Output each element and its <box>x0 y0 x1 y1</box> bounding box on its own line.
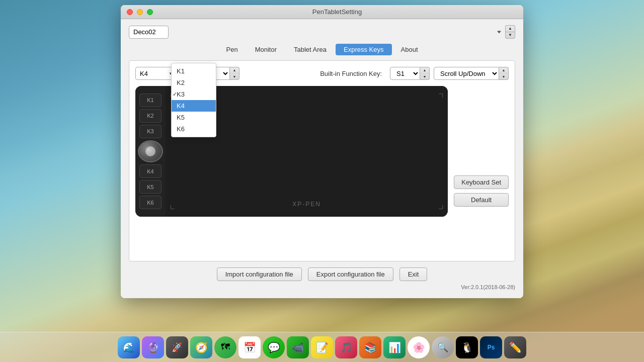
corner-tr <box>439 94 443 98</box>
stepper-up[interactable]: ▲ <box>506 26 515 32</box>
tab-tablet-area[interactable]: Tablet Area <box>286 44 335 55</box>
dock-photoshop[interactable]: Ps <box>480 336 502 358</box>
dock-spotlight[interactable]: 🔍 <box>432 336 454 358</box>
import-button[interactable]: Import configuration file <box>217 267 302 281</box>
maximize-button[interactable] <box>147 9 153 15</box>
s1-select-wrapper: S1 ▲ ▼ <box>390 67 430 80</box>
stepper-down[interactable]: ▼ <box>506 32 515 38</box>
tab-pen[interactable]: Pen <box>218 44 246 55</box>
key-dropdown-button[interactable]: K4 <box>135 67 176 80</box>
window-title: PenTabletSetting <box>157 8 517 16</box>
tablet-key-k1[interactable]: K1 <box>139 94 162 107</box>
dock-facetime[interactable]: 📹 <box>287 336 309 358</box>
exit-button[interactable]: Exit <box>399 267 428 281</box>
default-button[interactable]: Default <box>454 193 509 207</box>
scroll-stepper-down[interactable]: ▼ <box>499 73 508 79</box>
dock-siri[interactable]: 🔮 <box>142 336 164 358</box>
dock-music[interactable]: 🎵 <box>335 336 357 358</box>
tab-express-keys[interactable]: Express Keys <box>336 44 391 55</box>
tab-monitor[interactable]: Monitor <box>247 44 285 55</box>
tablet-left-panel: K1 K2 K3 K4 K5 K6 <box>135 86 166 217</box>
s1-select[interactable]: S1 <box>390 67 420 80</box>
undo-stepper-down[interactable]: ▼ <box>230 73 239 79</box>
tablet-key-k2[interactable]: K2 <box>139 109 162 123</box>
device-row: Deco02 ▲ ▼ <box>129 25 515 39</box>
title-bar: PenTabletSetting <box>121 5 523 19</box>
dock-pentablet[interactable]: ✏️ <box>504 336 526 358</box>
dock-maps[interactable]: 🗺 <box>214 336 236 358</box>
close-button[interactable] <box>127 9 133 15</box>
dock-finder[interactable]: 🌊 <box>118 336 140 358</box>
undo-stepper-up[interactable]: ▲ <box>230 67 239 73</box>
corner-bl <box>171 205 175 209</box>
tab-about[interactable]: About <box>393 44 426 55</box>
dock-calendar[interactable]: 📅 <box>238 336 261 358</box>
device-stepper[interactable]: ▲ ▼ <box>505 25 515 39</box>
dropdown-item-k2[interactable]: K2 <box>172 77 216 88</box>
tablet-key-k4[interactable]: K4 <box>139 164 162 178</box>
dial-inner <box>145 146 155 156</box>
s1-stepper-up[interactable]: ▲ <box>420 67 429 73</box>
dropdown-item-k3[interactable]: ✓ K3 <box>172 88 216 100</box>
tablet-key-k6[interactable]: K6 <box>139 196 162 209</box>
corner-br <box>439 205 443 209</box>
tablet-key-k3[interactable]: K3 <box>139 125 162 138</box>
dropdown-item-k6[interactable]: K6 <box>172 123 216 135</box>
tablet-key-k5[interactable]: K5 <box>139 180 162 194</box>
keyboard-set-button[interactable]: Keyboard Set <box>454 175 509 189</box>
key-select-wrapper: K4 <box>135 67 176 80</box>
dropdown-item-k5[interactable]: K5 <box>172 112 216 123</box>
version-text: Ver:2.0.1(2018-06-28) <box>129 284 515 290</box>
dock-notes[interactable]: 📝 <box>311 336 333 358</box>
dock-safari[interactable]: 🧭 <box>190 336 212 358</box>
export-button[interactable]: Export configuration file <box>308 267 393 281</box>
dock-numbers[interactable]: 📊 <box>383 336 406 358</box>
tablet-dial[interactable] <box>138 140 163 163</box>
scroll-stepper-up[interactable]: ▲ <box>499 67 508 73</box>
tab-bar: Pen Monitor Tablet Area Express Keys Abo… <box>129 44 515 55</box>
right-buttons: Keyboard Set Default <box>454 86 509 217</box>
function-label: Built-in Function Key: <box>320 70 382 77</box>
bottom-row: Import configuration file Export configu… <box>129 267 515 281</box>
dock-books[interactable]: 📚 <box>359 336 381 358</box>
s1-stepper-down[interactable]: ▼ <box>420 73 429 79</box>
main-window: PenTabletSetting Deco02 ▲ ▼ Pen Monitor … <box>121 5 523 298</box>
scroll-select-wrapper: Scroll Up/Down ▲ ▼ <box>434 67 509 80</box>
window-body: Deco02 ▲ ▼ Pen Monitor Tablet Area Expre… <box>121 19 523 298</box>
check-k3: ✓ <box>173 91 177 98</box>
s1-stepper[interactable]: ▲ ▼ <box>420 67 430 80</box>
minimize-button[interactable] <box>137 9 143 15</box>
scroll-select[interactable]: Scroll Up/Down <box>434 67 499 80</box>
dropdown-item-k1[interactable]: K1 <box>172 65 216 77</box>
dock-photos[interactable]: 🌸 <box>408 336 430 358</box>
dropdown-item-k4[interactable]: K4 <box>172 100 216 112</box>
dock-messages[interactable]: 💬 <box>263 336 285 358</box>
device-select[interactable]: Deco02 <box>129 26 169 39</box>
key-dropdown-menu: K1 K2 ✓ K3 K4 K5 K6 <box>171 63 216 137</box>
dock: 🌊 🔮 🚀 🧭 🗺 📅 💬 📹 📝 🎵 📚 📊 🌸 🔍 🐧 Ps ✏️ <box>0 332 644 362</box>
brand-label: XP-PEN <box>292 201 321 208</box>
scroll-stepper[interactable]: ▲ ▼ <box>499 67 509 80</box>
dock-penguin[interactable]: 🐧 <box>456 336 478 358</box>
device-select-wrapper: Deco02 <box>129 26 504 39</box>
undo-stepper[interactable]: ▲ ▼ <box>230 67 239 80</box>
dock-launchpad[interactable]: 🚀 <box>166 336 188 358</box>
